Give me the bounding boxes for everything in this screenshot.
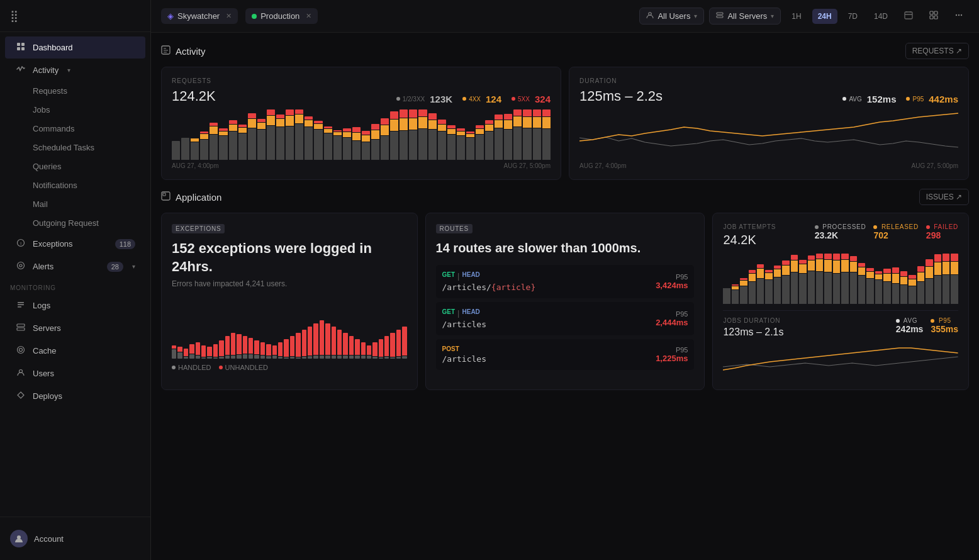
sidebar-item-cache[interactable]: Cache bbox=[5, 340, 145, 362]
deploys-icon bbox=[15, 391, 26, 401]
content-area: Activity REQUESTS ↗ REQUESTS 124.2K 1/2/… bbox=[151, 33, 979, 560]
sidebar-item-outgoing-request[interactable]: Outgoing Request bbox=[5, 214, 145, 232]
time-14d[interactable]: 14D bbox=[868, 9, 893, 24]
exceptions-label: Exceptions bbox=[33, 239, 73, 249]
main-panel: ◈ Skywatcher ✕ Production ✕ All Users ▾ … bbox=[151, 0, 979, 560]
svg-rect-18 bbox=[717, 13, 723, 14]
sidebar-logo: ⣿ bbox=[0, 0, 150, 32]
activity-section-icon bbox=[161, 45, 171, 57]
jobs-header: JOB ATTEMPTS 24.2K PROCESSED 23.2K bbox=[723, 223, 958, 247]
exceptions-title: 152 exceptions were logged in 24hrs. bbox=[172, 240, 407, 276]
route-row-1[interactable]: GET | HEAD /articles/{article} P95 3,424… bbox=[436, 265, 695, 298]
duration-timestamps: AUG 27, 4:00pm AUG 27, 5:00pm bbox=[579, 162, 958, 169]
layout-icon[interactable] bbox=[924, 7, 944, 26]
menu-icon: ⣿ bbox=[10, 9, 18, 23]
dur-avg-dot bbox=[896, 319, 900, 323]
route-row-2[interactable]: GET | HEAD /articles P95 2,444ms bbox=[436, 302, 695, 335]
sidebar-item-notifications[interactable]: Notifications bbox=[5, 176, 145, 194]
user-filter-arrow: ▾ bbox=[694, 13, 697, 20]
logs-label: Logs bbox=[33, 301, 50, 310]
released-value: 702 bbox=[873, 230, 918, 240]
activity-section-header: Activity REQUESTS ↗ bbox=[161, 43, 969, 59]
svg-rect-23 bbox=[930, 16, 933, 19]
jobs-duration-chart bbox=[723, 342, 958, 379]
all-servers-filter[interactable]: All Servers ▾ bbox=[709, 8, 781, 25]
all-users-filter[interactable]: All Users ▾ bbox=[639, 8, 704, 25]
sidebar-item-jobs[interactable]: Jobs bbox=[5, 101, 145, 119]
activity-arrow: ▾ bbox=[67, 67, 70, 74]
route-2-method: GET | HEAD bbox=[442, 308, 486, 318]
deploys-label: Deploys bbox=[33, 391, 62, 401]
legend-4xx: 4XX bbox=[469, 96, 481, 103]
application-section: Application ISSUES ↗ EXCEPTIONS 152 exce… bbox=[161, 189, 969, 390]
sidebar-item-requests[interactable]: Requests bbox=[5, 82, 145, 100]
sidebar-item-activity[interactable]: Activity ▾ bbox=[5, 59, 145, 81]
env-tab-close[interactable]: ✕ bbox=[306, 12, 311, 20]
account-label: Account bbox=[34, 534, 64, 544]
svg-text:!: ! bbox=[20, 241, 21, 247]
route-3-post: POST bbox=[442, 345, 459, 352]
svg-rect-12 bbox=[17, 328, 25, 330]
duration-time-start: AUG 27, 4:00pm bbox=[579, 162, 626, 169]
route-2-path: /articles bbox=[442, 320, 486, 329]
svg-rect-10 bbox=[18, 306, 21, 308]
env-tab[interactable]: Production ✕ bbox=[245, 8, 318, 24]
calendar-icon[interactable] bbox=[898, 7, 919, 26]
exceptions-subtitle: Errors have impacted 4,241 users. bbox=[172, 279, 407, 288]
logs-icon bbox=[15, 300, 26, 311]
route-1-p95-label: P95 bbox=[656, 273, 688, 281]
account-item[interactable]: Account bbox=[0, 524, 150, 554]
sidebar-item-logs[interactable]: Logs bbox=[5, 294, 145, 316]
dashboard-icon bbox=[15, 42, 26, 53]
sidebar-item-users[interactable]: Users bbox=[5, 362, 145, 384]
legend-p95: P95 bbox=[912, 96, 924, 103]
time-24h[interactable]: 24H bbox=[812, 9, 837, 24]
app-tab[interactable]: ◈ Skywatcher ✕ bbox=[161, 8, 238, 24]
time-1h[interactable]: 1H bbox=[786, 9, 807, 24]
route-3-time: 1,225ms bbox=[656, 354, 688, 363]
server-filter-arrow: ▾ bbox=[771, 13, 774, 20]
sidebar-item-alerts[interactable]: Alerts 28 ▾ bbox=[5, 255, 145, 277]
sidebar-nav: Dashboard Activity ▾ Requests Jobs Comma… bbox=[0, 32, 150, 412]
activity-requests-link[interactable]: REQUESTS ↗ bbox=[905, 43, 969, 59]
dot-p95 bbox=[906, 97, 910, 101]
route-1-head: HEAD bbox=[462, 271, 480, 281]
svg-rect-21 bbox=[930, 11, 933, 14]
svg-rect-22 bbox=[934, 11, 937, 14]
val-123xx: 123K bbox=[430, 94, 452, 104]
jobs-duration-range: 123ms – 2.1s bbox=[723, 327, 783, 338]
route-2-p95-label: P95 bbox=[656, 310, 688, 318]
sidebar-item-exceptions[interactable]: ! Exceptions 118 bbox=[5, 233, 145, 255]
servers-label: Servers bbox=[33, 323, 61, 333]
requests-label: REQUESTS bbox=[172, 77, 551, 84]
dot-5xx bbox=[512, 97, 515, 101]
time-7d[interactable]: 7D bbox=[842, 9, 863, 24]
svg-rect-8 bbox=[18, 302, 24, 303]
route-row-3[interactable]: POST /articles P95 1,225ms bbox=[436, 339, 695, 370]
dot-avg bbox=[842, 97, 846, 101]
env-status-dot bbox=[252, 14, 257, 19]
sidebar-item-deploys[interactable]: Deploys bbox=[5, 385, 145, 407]
duration-label: DURATION bbox=[579, 77, 958, 84]
requests-timestamps: AUG 27, 4:00pm AUG 27, 5:00pm bbox=[172, 162, 551, 169]
sidebar-item-mail[interactable]: Mail bbox=[5, 195, 145, 213]
users-icon bbox=[15, 368, 26, 379]
released-label: RELEASED bbox=[873, 223, 918, 230]
duration-chart bbox=[579, 109, 958, 160]
application-issues-link[interactable]: ISSUES ↗ bbox=[919, 189, 969, 205]
sidebar-item-queries[interactable]: Queries bbox=[5, 157, 145, 176]
activity-section-title: Activity bbox=[176, 46, 206, 57]
servers-icon bbox=[15, 323, 26, 333]
application-section-icon bbox=[161, 191, 171, 203]
topbar-right: All Users ▾ All Servers ▾ 1H 24H 7D 14D bbox=[639, 7, 969, 26]
dur-p95-dot bbox=[931, 319, 934, 323]
sidebar-item-servers[interactable]: Servers bbox=[5, 317, 145, 339]
activity-label: Activity bbox=[33, 65, 59, 75]
env-name: Production bbox=[260, 11, 299, 21]
sidebar-item-dashboard[interactable]: Dashboard bbox=[5, 36, 145, 59]
sidebar-item-scheduled-tasks[interactable]: Scheduled Tasks bbox=[5, 138, 145, 157]
menu-dots-icon[interactable] bbox=[949, 7, 969, 26]
app-tab-close[interactable]: ✕ bbox=[226, 12, 232, 20]
val-5xx: 324 bbox=[535, 94, 551, 104]
sidebar-item-commands[interactable]: Commands bbox=[5, 120, 145, 138]
